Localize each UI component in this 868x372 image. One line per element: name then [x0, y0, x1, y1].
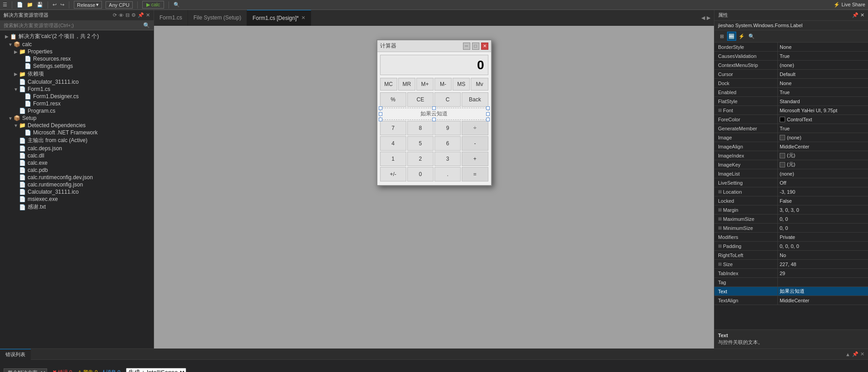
- mr-button[interactable]: MR: [398, 78, 415, 91]
- tree-item-main-output[interactable]: 📄 主输出 from calc (Active): [0, 136, 154, 145]
- resize-handle-tr[interactable]: [486, 106, 490, 110]
- tree-item-resources[interactable]: 📄 Resources.resx: [0, 55, 154, 62]
- tree-item-dotnet[interactable]: 📄 Microsoft .NET Framework: [0, 129, 154, 136]
- tree-item-settings[interactable]: 📄 Settings.settings: [0, 62, 154, 70]
- tree-item-calcexe[interactable]: 📄 calc.exe: [0, 159, 154, 167]
- open-icon[interactable]: 📁: [27, 2, 33, 8]
- tree-item-msiexec[interactable]: 📄 msiexec.exe: [0, 196, 154, 203]
- undo-icon[interactable]: ↩: [53, 2, 57, 8]
- calc-maximize-btn[interactable]: □: [472, 43, 479, 50]
- build-select[interactable]: 生成 + IntelliSense: [126, 368, 186, 372]
- mv-button[interactable]: Mv: [471, 78, 488, 91]
- menu-icon[interactable]: ☰: [3, 2, 7, 8]
- props-close-icon[interactable]: ✕: [860, 12, 864, 18]
- tree-item-setup[interactable]: ▼ 📦 Setup: [0, 114, 154, 122]
- minus-button[interactable]: -: [462, 136, 488, 151]
- play-button[interactable]: ▶ calc: [142, 1, 164, 9]
- bottom-up-icon[interactable]: ▲: [845, 352, 850, 357]
- warning-badge[interactable]: ⚠ 警告 0: [77, 369, 97, 372]
- resize-handle-bm[interactable]: [432, 118, 436, 121]
- tree-item-calcpdb[interactable]: 📄 calc.pdb: [0, 167, 154, 174]
- tree-item-ico1[interactable]: 📄 Calculator_31111.ico: [0, 78, 154, 86]
- tree-item-form1designer[interactable]: 📄 Form1.Designer.cs: [0, 93, 154, 100]
- props-alpha-btn[interactable]: 🔤: [727, 32, 736, 41]
- error-badge[interactable]: ✖ 错误 0: [53, 369, 72, 372]
- ce-button[interactable]: CE: [407, 92, 434, 107]
- nine-button[interactable]: 9: [434, 121, 461, 135]
- props-pin-icon[interactable]: 📌: [852, 12, 858, 18]
- resize-handle-ml[interactable]: [379, 112, 382, 116]
- scope-select[interactable]: 整个解决方案: [4, 368, 47, 372]
- bottom-pin-icon[interactable]: 📌: [852, 351, 858, 357]
- tree-item-form1resx[interactable]: 📄 Form1.resx: [0, 100, 154, 107]
- bottom-close-icon[interactable]: ✕: [860, 351, 864, 357]
- resize-handle-br[interactable]: [486, 118, 490, 121]
- tree-item-calcdll[interactable]: 📄 calc.dll: [0, 152, 154, 159]
- resize-handle-bl[interactable]: [379, 118, 382, 121]
- tree-item-deps-json[interactable]: 📄 calc.deps.json: [0, 145, 154, 152]
- search-input[interactable]: [4, 23, 141, 28]
- three-button[interactable]: 3: [434, 152, 461, 166]
- properties-icon[interactable]: ⚙: [131, 12, 136, 18]
- bottom-tab-errors[interactable]: 错误列表: [0, 349, 31, 360]
- pin-icon[interactable]: 📌: [138, 12, 144, 18]
- release-button[interactable]: Release ▾: [74, 1, 102, 9]
- live-share-button[interactable]: ⚡ Live Share: [834, 2, 865, 8]
- collapse-icon[interactable]: ⊟: [125, 12, 130, 18]
- props-events-btn[interactable]: ⚡: [737, 32, 746, 41]
- mminus-button[interactable]: M-: [434, 78, 452, 91]
- resize-handle-tm[interactable]: [432, 106, 436, 110]
- resize-handle-tl[interactable]: [379, 106, 382, 110]
- tree-item-properties[interactable]: ▶ 📁 Properties: [0, 48, 154, 55]
- search-toolbar-icon[interactable]: 🔍: [174, 2, 180, 8]
- show-all-icon[interactable]: 👁: [119, 13, 124, 18]
- save-icon[interactable]: 💾: [37, 2, 43, 8]
- cpu-button[interactable]: Any CPU: [106, 1, 132, 9]
- plusminus-button[interactable]: +/-: [380, 167, 406, 181]
- close-panel-icon[interactable]: ✕: [146, 12, 150, 18]
- two-button[interactable]: 2: [407, 152, 434, 166]
- tree-item-form1cs[interactable]: ▼ 📄 Form1.cs: [0, 86, 154, 93]
- back-button[interactable]: Back: [462, 92, 488, 107]
- percent-button[interactable]: %: [380, 92, 406, 107]
- tab-filesystem[interactable]: File System (Setup): [188, 10, 247, 26]
- tree-item-runtime-dev[interactable]: 📄 calc.runtimeconfig.dev.json: [0, 174, 154, 181]
- props-search-btn[interactable]: 🔍: [747, 32, 756, 41]
- tree-item-calc[interactable]: ▼ 📦 calc: [0, 41, 154, 48]
- tree-item-ico2[interactable]: 📄 Calculator_31111.ico: [0, 188, 154, 196]
- designer-canvas[interactable]: 计算器 ─ □ ✕ 0 MC MR M+ M-: [154, 26, 714, 348]
- solution-root[interactable]: ▶ 📋 解决方案'calc'(2 个项目，共 2 个): [0, 32, 154, 41]
- six-button[interactable]: 6: [434, 136, 461, 151]
- tab-left-arrow[interactable]: ◀: [701, 15, 705, 21]
- plus-button[interactable]: +: [462, 152, 488, 166]
- tree-item-detected[interactable]: ▼ 📁 Detected Dependencies: [0, 122, 154, 129]
- tree-item-runtime[interactable]: 📄 calc.runtimeconfig.json: [0, 181, 154, 188]
- tab-form1cs[interactable]: Form1.cs: [154, 10, 188, 26]
- close-tab-icon[interactable]: ✕: [301, 15, 305, 21]
- new-icon[interactable]: 📄: [17, 2, 23, 8]
- divide-button[interactable]: ÷: [462, 121, 488, 135]
- equals-button[interactable]: =: [462, 167, 488, 181]
- resize-handle-mr[interactable]: [486, 112, 490, 116]
- mplus-button[interactable]: M+: [416, 78, 434, 91]
- ms-button[interactable]: MS: [453, 78, 470, 91]
- calc-minimize-btn[interactable]: ─: [463, 43, 470, 50]
- mc-button[interactable]: MC: [380, 78, 397, 91]
- props-categorized-btn[interactable]: ⊞: [717, 32, 726, 41]
- sync-icon[interactable]: ⟳: [113, 12, 117, 18]
- five-button[interactable]: 5: [407, 136, 434, 151]
- tree-item-thanks[interactable]: 📄 感谢.txt: [0, 203, 154, 211]
- calc-close-btn[interactable]: ✕: [481, 43, 488, 50]
- tab-design[interactable]: Form1.cs [Design]* ✕: [247, 10, 311, 26]
- tree-item-program[interactable]: 📄 Program.cs: [0, 107, 154, 114]
- one-button[interactable]: 1: [380, 152, 406, 166]
- tree-item-deps[interactable]: ▶ 📁 依赖项: [0, 70, 154, 78]
- dot-button[interactable]: .: [434, 167, 461, 181]
- eight-button[interactable]: 8: [407, 121, 434, 135]
- redo-icon[interactable]: ↪: [60, 2, 64, 8]
- zero-button[interactable]: 0: [407, 167, 434, 181]
- tab-right-arrow[interactable]: ▶: [707, 15, 710, 21]
- four-button[interactable]: 4: [380, 136, 406, 151]
- c-button[interactable]: C: [434, 92, 461, 107]
- seven-button[interactable]: 7: [380, 121, 406, 135]
